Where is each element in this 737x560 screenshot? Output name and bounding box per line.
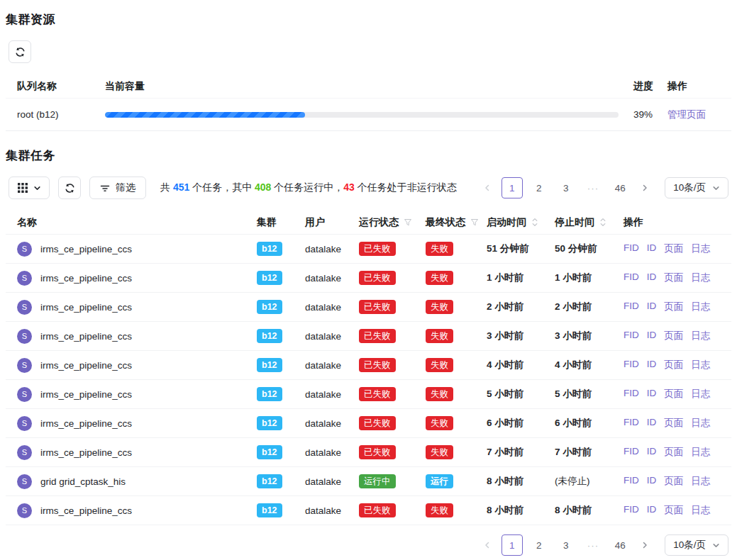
action-log-link[interactable]: 日志	[691, 417, 710, 430]
column-header-run-status: 运行状态	[359, 216, 426, 229]
refresh-tasks-button[interactable]	[58, 177, 81, 199]
sorter-icon[interactable]	[531, 217, 538, 228]
start-time-cell: 8 小时前	[487, 475, 555, 488]
filter-funnel-icon[interactable]	[470, 218, 479, 227]
row-actions: FIDID页面日志	[624, 388, 731, 401]
action-fid-link[interactable]: FID	[624, 388, 639, 401]
user-cell: datalake	[305, 331, 359, 342]
summary-text: 个任务运行中，	[271, 181, 343, 193]
page-size-select[interactable]: 10条/页	[665, 177, 728, 198]
action-fid-link[interactable]: FID	[624, 330, 639, 342]
action-id-link[interactable]: ID	[647, 504, 657, 517]
action-fid-link[interactable]: FID	[624, 417, 639, 430]
action-log-link[interactable]: 日志	[691, 271, 710, 284]
row-actions: FIDID页面日志	[624, 446, 731, 459]
action-fid-link[interactable]: FID	[624, 301, 639, 313]
pagination-page-2[interactable]: 2	[528, 534, 550, 556]
action-page-link[interactable]: 页面	[664, 388, 683, 401]
refresh-resources-button[interactable]	[9, 40, 31, 63]
action-log-link[interactable]: 日志	[691, 388, 710, 401]
action-page-link[interactable]: 页面	[664, 359, 683, 371]
pagination-next-button[interactable]	[636, 179, 653, 197]
row-actions: FIDID页面日志	[624, 242, 731, 255]
pagination-page-46[interactable]: 46	[609, 534, 631, 556]
pagination-page-1[interactable]: 1	[502, 177, 523, 198]
action-fid-link[interactable]: FID	[624, 359, 639, 371]
action-log-link[interactable]: 日志	[691, 475, 710, 488]
running-count: 408	[255, 181, 271, 193]
stop-time-cell: 4 小时前	[555, 359, 624, 371]
action-id-link[interactable]: ID	[647, 271, 657, 284]
row-actions: FIDID页面日志	[624, 359, 731, 371]
action-id-link[interactable]: ID	[647, 242, 657, 255]
action-page-link[interactable]: 页面	[664, 417, 683, 430]
user-cell: datalake	[305, 244, 359, 254]
final-status-badge: 失败	[426, 387, 453, 401]
column-header-capacity: 当前容量	[105, 80, 633, 93]
action-fid-link[interactable]: FID	[624, 475, 639, 488]
task-name: irms_ce_pipeline_ccs	[40, 505, 132, 516]
resources-header-row: 队列名称 当前容量 进度 操作	[6, 74, 731, 99]
refresh-icon	[65, 183, 75, 194]
stop-time-cell: 50 分钟前	[555, 242, 624, 255]
cluster-tasks-title: 集群任务	[6, 147, 731, 164]
action-id-link[interactable]: ID	[647, 446, 657, 459]
action-id-link[interactable]: ID	[647, 330, 657, 342]
action-page-link[interactable]: 页面	[664, 475, 683, 488]
action-log-link[interactable]: 日志	[691, 330, 710, 342]
task-summary: 共 451 个任务，其中 408 个任务运行中，43 个任务处于非运行状态	[160, 181, 457, 194]
action-id-link[interactable]: ID	[647, 417, 657, 430]
pagination-page-3[interactable]: 3	[555, 177, 577, 198]
action-page-link[interactable]: 页面	[664, 446, 683, 459]
layout-dropdown-button[interactable]	[9, 177, 50, 199]
action-page-link[interactable]: 页面	[664, 242, 683, 255]
action-log-link[interactable]: 日志	[691, 242, 710, 255]
page-size-select[interactable]: 10条/页	[665, 534, 728, 556]
pagination-prev-button[interactable]	[479, 179, 496, 197]
action-id-link[interactable]: ID	[647, 301, 657, 313]
pagination-page-3[interactable]: 3	[555, 534, 577, 556]
action-page-link[interactable]: 页面	[664, 271, 683, 284]
sorter-icon[interactable]	[599, 217, 606, 228]
run-status-badge: 已失败	[359, 329, 396, 343]
task-name: grid grid_cptask_his	[40, 476, 126, 487]
action-page-link[interactable]: 页面	[664, 504, 683, 517]
final-status-badge: 失败	[426, 300, 453, 314]
action-fid-link[interactable]: FID	[624, 242, 639, 255]
capacity-progress-fill	[105, 112, 305, 118]
stop-time-cell: 2 小时前	[555, 301, 624, 313]
action-id-link[interactable]: ID	[647, 475, 657, 488]
cluster-badge: b12	[257, 474, 282, 488]
action-log-link[interactable]: 日志	[691, 446, 710, 459]
table-row: S irms_ce_pipeline_ccs b12 datalake 已失败 …	[6, 293, 731, 322]
column-header-final-status: 最终状态	[426, 216, 487, 229]
action-page-link[interactable]: 页面	[664, 301, 683, 313]
manage-page-link[interactable]: 管理页面	[667, 109, 706, 120]
pagination-page-46[interactable]: 46	[609, 177, 631, 198]
column-header-queue: 队列名称	[17, 80, 105, 93]
final-status-badge: 失败	[426, 358, 453, 372]
action-fid-link[interactable]: FID	[624, 271, 639, 284]
pagination-prev-button[interactable]	[479, 536, 496, 554]
action-log-link[interactable]: 日志	[691, 504, 710, 517]
cluster-badge: b12	[257, 329, 282, 343]
filter-button[interactable]: 筛选	[89, 177, 146, 199]
action-fid-link[interactable]: FID	[624, 504, 639, 517]
action-id-link[interactable]: ID	[647, 388, 657, 401]
filter-funnel-icon[interactable]	[404, 218, 412, 227]
action-log-link[interactable]: 日志	[691, 359, 710, 371]
pagination-page-2[interactable]: 2	[528, 177, 550, 198]
start-time-cell: 3 小时前	[487, 330, 555, 342]
pagination-bottom: 123···4610条/页	[479, 534, 728, 556]
action-page-link[interactable]: 页面	[664, 330, 683, 342]
action-log-link[interactable]: 日志	[691, 301, 710, 313]
pagination-page-1[interactable]: 1	[502, 534, 523, 556]
user-cell: datalake	[305, 447, 359, 458]
action-fid-link[interactable]: FID	[624, 446, 639, 459]
tasks-table-body: S irms_ce_pipeline_ccs b12 datalake 已失败 …	[6, 235, 731, 525]
action-id-link[interactable]: ID	[647, 359, 657, 371]
run-status-badge: 已失败	[359, 416, 396, 430]
row-actions: FIDID页面日志	[624, 475, 731, 488]
final-status-badge: 失败	[426, 503, 453, 517]
pagination-next-button[interactable]	[636, 536, 653, 554]
